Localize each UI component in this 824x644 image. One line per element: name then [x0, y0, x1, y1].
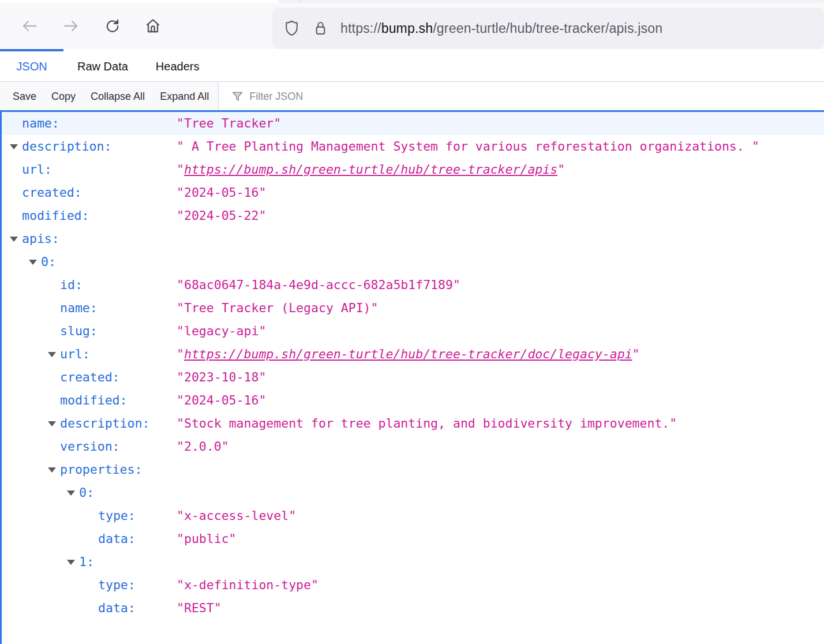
json-key: type: [98, 574, 136, 597]
json-row[interactable]: version:"2.0.0" [2, 435, 824, 458]
json-row[interactable]: created:"2023-10-18" [2, 366, 824, 389]
json-key: url: [22, 158, 52, 181]
json-key: properties: [60, 458, 142, 481]
url-path: /green-turtle/hub/tree-tracker/apis.json [433, 21, 662, 36]
filter-json-field[interactable] [219, 83, 824, 110]
json-row[interactable]: apis: [2, 227, 824, 250]
json-row[interactable]: created:"2024-05-16" [2, 181, 824, 204]
json-key: id: [60, 274, 83, 297]
json-value: "REST" [177, 597, 222, 620]
json-row[interactable]: url:"https://bump.sh/green-turtle/hub/tr… [2, 158, 824, 181]
json-viewer-tabs: JSON Raw Data Headers [0, 49, 824, 82]
json-rows: name:"Tree Tracker"description:" A Tree … [2, 112, 824, 620]
json-key: data: [98, 597, 136, 620]
json-key: apis: [22, 227, 59, 250]
json-value: "x-definition-type" [177, 574, 319, 597]
json-row[interactable]: 0: [2, 250, 824, 274]
json-row[interactable]: modified:"2024-05-16" [2, 389, 824, 412]
tab-raw-data[interactable]: Raw Data [63, 49, 142, 81]
json-row[interactable]: type:"x-access-level" [2, 504, 824, 527]
json-value: "legacy-api" [177, 320, 266, 343]
home-button[interactable] [140, 13, 166, 39]
json-row[interactable]: properties: [2, 458, 824, 481]
json-key: url: [60, 343, 90, 366]
tab-json[interactable]: JSON [0, 49, 63, 81]
json-key: 1: [79, 551, 94, 574]
expand-all-button[interactable]: Expand All [160, 91, 209, 103]
json-key: slug: [60, 320, 98, 343]
json-key: modified: [60, 389, 128, 412]
home-icon [144, 17, 162, 35]
back-arrow-icon [20, 17, 39, 35]
copy-button[interactable]: Copy [51, 91, 76, 103]
twisty-collapse-icon[interactable] [29, 260, 37, 265]
json-key: created: [60, 366, 120, 389]
json-key: name: [22, 112, 59, 135]
json-row[interactable]: data:"REST" [2, 597, 824, 620]
json-value-link[interactable]: https://bump.sh/green-turtle/hub/tree-tr… [184, 347, 632, 361]
json-value: "Tree Tracker (Legacy API)" [177, 297, 379, 320]
json-value: "2024-05-16" [177, 181, 266, 204]
twisty-collapse-icon[interactable] [48, 421, 56, 426]
lock-icon[interactable] [313, 20, 328, 37]
navigation-toolbar: https://bump.sh/green-turtle/hub/tree-tr… [0, 3, 824, 49]
json-row[interactable]: slug:"legacy-api" [2, 320, 824, 343]
url-text: https://bump.sh/green-turtle/hub/tree-tr… [340, 21, 662, 36]
tab-headers[interactable]: Headers [142, 49, 214, 81]
twisty-collapse-icon[interactable] [67, 560, 75, 565]
json-value: "x-access-level" [177, 504, 296, 527]
json-row[interactable]: name:"Tree Tracker" [2, 112, 824, 135]
reload-button[interactable] [99, 13, 126, 39]
json-key: modified: [22, 204, 89, 227]
json-value: " A Tree Planting Management System for … [177, 135, 759, 158]
twisty-collapse-icon[interactable] [48, 352, 56, 357]
filter-funnel-icon [231, 91, 244, 103]
twisty-collapse-icon[interactable] [67, 491, 75, 496]
json-value: "2024-05-22" [177, 204, 266, 227]
twisty-collapse-icon[interactable] [10, 144, 18, 149]
json-key: type: [98, 504, 136, 527]
json-key: version: [60, 435, 120, 458]
back-button[interactable] [16, 13, 43, 39]
json-value: "2.0.0" [177, 435, 229, 458]
json-row[interactable]: description:"Stock management for tree p… [2, 412, 824, 435]
json-value: "public" [177, 527, 237, 551]
json-panel[interactable]: name:"Tree Tracker"description:" A Tree … [0, 110, 824, 644]
filter-json-input[interactable] [249, 91, 824, 103]
json-row[interactable]: id:"68ac0647-184a-4e9d-accc-682a5b1f7189… [2, 274, 824, 297]
json-row[interactable]: 0: [2, 481, 824, 504]
json-value: "https://bump.sh/green-turtle/hub/tree-t… [177, 158, 565, 181]
json-key: 0: [79, 481, 94, 504]
forward-arrow-icon [62, 17, 80, 35]
url-bar[interactable]: https://bump.sh/green-turtle/hub/tree-tr… [272, 8, 824, 49]
json-key: created: [22, 181, 82, 204]
json-key: name: [60, 297, 98, 320]
url-domain: bump.sh [381, 21, 433, 36]
json-action-toolbar: Save Copy Collapse All Expand All [0, 83, 824, 110]
json-row[interactable]: 1: [2, 551, 824, 574]
collapse-all-button[interactable]: Collapse All [91, 91, 145, 103]
json-row[interactable]: data:"public" [2, 527, 824, 551]
json-row[interactable]: modified:"2024-05-22" [2, 204, 824, 227]
json-value: "Stock management for tree planting, and… [177, 412, 677, 435]
json-key: data: [98, 527, 136, 551]
save-button[interactable]: Save [13, 91, 36, 103]
json-key: description: [22, 135, 111, 158]
json-value: "2024-05-16" [177, 389, 266, 412]
json-value: "68ac0647-184a-4e9d-accc-682a5b1f7189" [177, 274, 460, 297]
json-row[interactable]: name:"Tree Tracker (Legacy API)" [2, 297, 824, 320]
twisty-collapse-icon[interactable] [48, 467, 56, 473]
json-value-link[interactable]: https://bump.sh/green-turtle/hub/tree-tr… [184, 162, 557, 177]
json-row[interactable]: url:"https://bump.sh/green-turtle/hub/tr… [2, 343, 824, 366]
json-value: "https://bump.sh/green-turtle/hub/tree-t… [177, 343, 640, 366]
json-key: description: [60, 412, 149, 435]
shield-icon[interactable] [284, 20, 299, 37]
forward-button[interactable] [58, 13, 84, 39]
json-row[interactable]: description:" A Tree Planting Management… [2, 135, 824, 158]
twisty-collapse-icon[interactable] [10, 237, 18, 242]
json-value: "Tree Tracker" [177, 112, 281, 135]
json-key: 0: [41, 250, 56, 274]
json-value: "2023-10-18" [177, 366, 266, 389]
reload-icon [104, 17, 121, 35]
json-row[interactable]: type:"x-definition-type" [2, 574, 824, 597]
